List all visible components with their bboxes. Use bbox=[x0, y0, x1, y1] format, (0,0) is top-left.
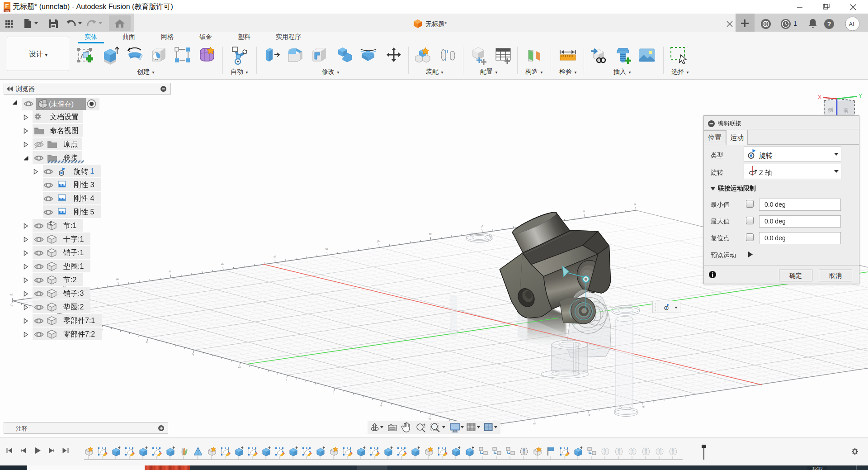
svg-text:30: 30 bbox=[326, 247, 329, 251]
svg-text:0: 0 bbox=[332, 391, 334, 394]
svg-text:20: 20 bbox=[146, 340, 149, 343]
svg-text:前: 前 bbox=[843, 107, 849, 114]
svg-text:Y: Y bbox=[859, 92, 863, 99]
svg-text:35: 35 bbox=[274, 255, 277, 258]
svg-text:0: 0 bbox=[634, 203, 636, 205]
svg-text:侧: 侧 bbox=[827, 107, 833, 114]
svg-text:20: 20 bbox=[429, 233, 432, 236]
svg-text:35: 35 bbox=[10, 304, 13, 307]
svg-text:5: 5 bbox=[583, 210, 585, 213]
svg-text:10: 10 bbox=[238, 365, 241, 368]
svg-text:60: 60 bbox=[10, 293, 14, 296]
svg-text:40: 40 bbox=[221, 263, 224, 266]
svg-text:F: F bbox=[5, 3, 9, 9]
svg-text:AL: AL bbox=[849, 21, 856, 28]
svg-text:5: 5 bbox=[285, 378, 287, 381]
svg-text:FUS: FUS bbox=[5, 10, 9, 12]
svg-text:X: X bbox=[818, 94, 822, 100]
svg-text:55: 55 bbox=[533, 422, 536, 425]
svg-text:50: 50 bbox=[587, 413, 590, 417]
svg-text:50: 50 bbox=[116, 278, 119, 281]
svg-text:?: ? bbox=[827, 20, 831, 28]
svg-text:15: 15 bbox=[191, 352, 194, 356]
svg-text:45: 45 bbox=[169, 270, 172, 273]
svg-text:-10: -10 bbox=[427, 417, 431, 420]
svg-text:-5: -5 bbox=[380, 404, 383, 407]
svg-text:15: 15 bbox=[481, 225, 484, 228]
svg-text:25: 25 bbox=[377, 240, 380, 243]
svg-text:45: 45 bbox=[642, 405, 645, 408]
